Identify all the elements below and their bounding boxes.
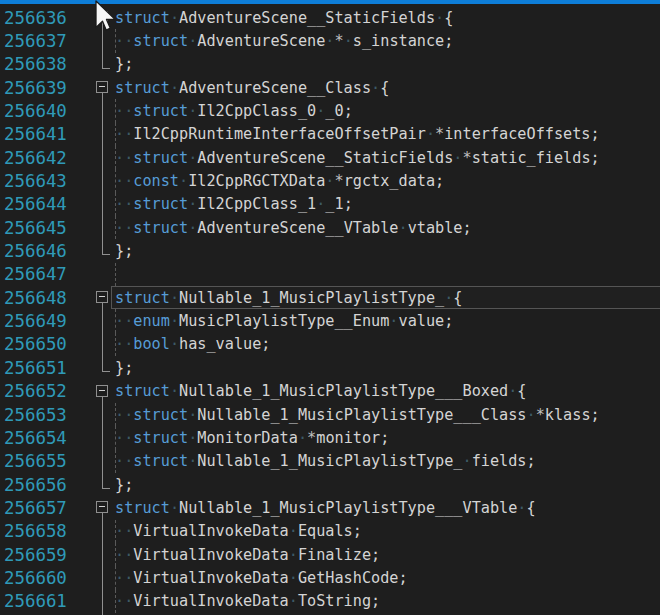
line-number[interactable]: 256655 (0, 450, 88, 473)
code-text[interactable]: ··struct·Nullable_1_MusicPlaylistType___… (115, 403, 660, 426)
fold-collapse-icon[interactable] (96, 11, 108, 23)
line-number[interactable]: 256638 (0, 53, 88, 76)
fold-collapse-icon[interactable] (96, 385, 108, 397)
line-number[interactable]: 256641 (0, 123, 88, 146)
code-line[interactable]: 256653··struct·Nullable_1_MusicPlaylistT… (0, 403, 660, 426)
code-text[interactable]: ··VirtualInvokeData·Finalize; (115, 543, 660, 566)
line-number[interactable]: 256649 (0, 309, 88, 332)
fold-column[interactable] (88, 590, 115, 613)
code-line[interactable]: 256646}; (0, 239, 660, 262)
code-text[interactable]: }; (115, 53, 660, 76)
code-text[interactable]: ··struct·AdventureScene·*·s_instance; (115, 29, 660, 52)
fold-column[interactable] (88, 520, 115, 543)
code-line[interactable]: 256652struct·Nullable_1_MusicPlaylistTyp… (0, 380, 660, 403)
code-text[interactable]: struct·Nullable_1_MusicPlaylistType_·{ (115, 286, 660, 309)
fold-column[interactable] (88, 543, 115, 566)
code-text[interactable]: ··const·Il2CppRGCTXData·*rgctx_data; (115, 169, 660, 192)
code-line[interactable]: 256658··VirtualInvokeData·Equals; (0, 520, 660, 543)
code-text[interactable]: struct·AdventureScene__StaticFields·{ (115, 6, 660, 29)
line-number[interactable]: 256659 (0, 543, 88, 566)
line-number[interactable]: 256639 (0, 76, 88, 99)
code-line[interactable]: 256642··struct·AdventureScene__StaticFie… (0, 146, 660, 169)
code-text[interactable]: ··VirtualInvokeData·Equals; (115, 520, 660, 543)
fold-column[interactable] (88, 216, 115, 239)
fold-column[interactable] (88, 403, 115, 426)
code-line[interactable]: 256647 (0, 263, 660, 286)
code-text[interactable]: ··struct·Nullable_1_MusicPlaylistType_·f… (115, 450, 660, 473)
line-number[interactable]: 256661 (0, 590, 88, 613)
code-line[interactable]: 256657struct·Nullable_1_MusicPlaylistTyp… (0, 496, 660, 519)
fold-column[interactable] (88, 99, 115, 122)
line-number[interactable]: 256652 (0, 380, 88, 403)
code-line[interactable]: 256645··struct·AdventureScene__VTable·vt… (0, 216, 660, 239)
code-line[interactable]: 256638}; (0, 53, 660, 76)
code-text[interactable]: }; (115, 356, 660, 379)
code-text[interactable]: struct·Nullable_1_MusicPlaylistType___Bo… (115, 380, 660, 403)
code-line[interactable]: 256643··const·Il2CppRGCTXData·*rgctx_dat… (0, 169, 660, 192)
line-number[interactable]: 256643 (0, 169, 88, 192)
line-number[interactable]: 256650 (0, 333, 88, 356)
code-text[interactable]: ··VirtualInvokeData·ToString; (115, 590, 660, 613)
line-number[interactable]: 256642 (0, 146, 88, 169)
line-number[interactable]: 256648 (0, 286, 88, 309)
line-number[interactable]: 256640 (0, 99, 88, 122)
fold-collapse-icon[interactable] (96, 81, 108, 93)
code-line[interactable]: 256644··struct·Il2CppClass_1·_1; (0, 193, 660, 216)
line-number[interactable]: 256656 (0, 473, 88, 496)
line-number[interactable]: 256654 (0, 426, 88, 449)
fold-column[interactable] (88, 286, 115, 309)
code-text[interactable]: ··enum·MusicPlaylistType__Enum·value; (115, 309, 660, 332)
code-line[interactable]: 256648struct·Nullable_1_MusicPlaylistTyp… (0, 286, 660, 309)
code-line[interactable]: 256640··struct·Il2CppClass_0·_0; (0, 99, 660, 122)
line-number[interactable]: 256653 (0, 403, 88, 426)
code-line[interactable]: 256636struct·AdventureScene__StaticField… (0, 6, 660, 29)
code-line[interactable]: 256651}; (0, 356, 660, 379)
line-number[interactable]: 256646 (0, 239, 88, 262)
fold-column[interactable] (88, 450, 115, 473)
fold-collapse-icon[interactable] (96, 501, 108, 513)
code-line[interactable]: 256659··VirtualInvokeData·Finalize; (0, 543, 660, 566)
line-number[interactable]: 256647 (0, 263, 88, 286)
code-text[interactable]: ··struct·AdventureScene__StaticFields·*s… (115, 146, 660, 169)
fold-column[interactable] (88, 426, 115, 449)
fold-column[interactable] (88, 193, 115, 216)
code-text[interactable]: struct·AdventureScene__Class·{ (115, 76, 660, 99)
fold-column[interactable] (88, 566, 115, 589)
code-line[interactable]: 256637··struct·AdventureScene·*·s_instan… (0, 29, 660, 52)
fold-column[interactable] (88, 53, 115, 76)
fold-column[interactable] (88, 239, 115, 262)
code-text[interactable]: ··struct·Il2CppClass_0·_0; (115, 99, 660, 122)
line-number[interactable]: 256637 (0, 29, 88, 52)
code-line[interactable]: 256655··struct·Nullable_1_MusicPlaylistT… (0, 450, 660, 473)
fold-column[interactable] (88, 496, 115, 519)
code-editor[interactable]: 256636struct·AdventureScene__StaticField… (0, 6, 660, 615)
code-text[interactable]: ··bool·has_value; (115, 333, 660, 356)
line-number[interactable]: 256657 (0, 496, 88, 519)
code-text[interactable]: ··Il2CppRuntimeInterfaceOffsetPair·*inte… (115, 123, 660, 146)
code-text[interactable]: }; (115, 239, 660, 262)
line-number[interactable]: 256645 (0, 216, 88, 239)
code-line[interactable]: 256641··Il2CppRuntimeInterfaceOffsetPair… (0, 123, 660, 146)
code-line[interactable]: 256654··struct·MonitorData·*monitor; (0, 426, 660, 449)
code-text[interactable]: ··struct·Il2CppClass_1·_1; (115, 193, 660, 216)
fold-column[interactable] (88, 333, 115, 356)
code-line[interactable]: 256639struct·AdventureScene__Class·{ (0, 76, 660, 99)
fold-column[interactable] (88, 29, 115, 52)
code-line[interactable]: 256650··bool·has_value; (0, 333, 660, 356)
line-number[interactable]: 256658 (0, 520, 88, 543)
line-number[interactable]: 256660 (0, 566, 88, 589)
fold-column[interactable] (88, 123, 115, 146)
code-text[interactable]: ··struct·MonitorData·*monitor; (115, 426, 660, 449)
fold-column[interactable] (88, 6, 115, 29)
fold-column[interactable] (88, 146, 115, 169)
code-text[interactable] (115, 263, 660, 286)
fold-column[interactable] (88, 263, 115, 286)
code-text[interactable]: struct·Nullable_1_MusicPlaylistType___VT… (115, 496, 660, 519)
code-text[interactable]: }; (115, 473, 660, 496)
fold-column[interactable] (88, 380, 115, 403)
code-line[interactable]: 256661··VirtualInvokeData·ToString; (0, 590, 660, 613)
fold-column[interactable] (88, 356, 115, 379)
line-number[interactable]: 256651 (0, 356, 88, 379)
line-number[interactable]: 256644 (0, 193, 88, 216)
fold-collapse-icon[interactable] (96, 291, 108, 303)
